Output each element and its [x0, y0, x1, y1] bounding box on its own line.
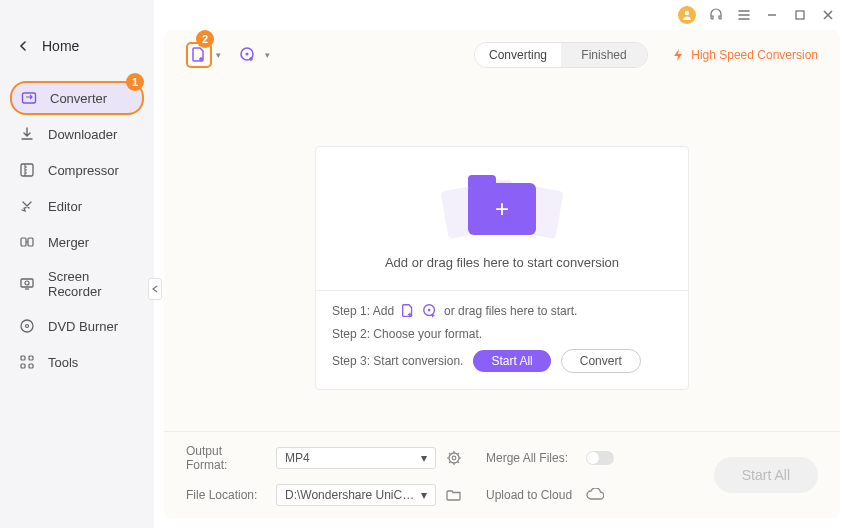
home-button[interactable]: Home	[0, 30, 154, 62]
svg-point-18	[449, 453, 459, 463]
editor-icon	[18, 197, 36, 215]
sidebar-item-label: Editor	[48, 199, 82, 214]
sidebar-item-screen-recorder[interactable]: Screen Recorder	[0, 261, 154, 307]
content-panel: 2 ▾ ▾ Converting Finished High Speed Con…	[164, 30, 840, 518]
step-1: Step 1: Add or drag files here to start.	[332, 303, 672, 319]
sidebar-item-editor[interactable]: Editor	[0, 189, 154, 223]
chevron-down-icon: ▾	[421, 488, 427, 502]
merge-label: Merge All Files:	[486, 451, 576, 465]
upload-cloud-label: Upload to Cloud	[486, 488, 576, 502]
home-label: Home	[42, 38, 79, 54]
sidebar-item-dvd-burner[interactable]: DVD Burner	[0, 309, 154, 343]
chevron-down-icon: ▾	[421, 451, 427, 465]
svg-point-12	[685, 11, 689, 15]
merge-toggle[interactable]	[586, 451, 614, 465]
add-file-dropdown[interactable]: ▾	[216, 50, 221, 60]
drop-top: + Add or drag files here to start conver…	[316, 147, 688, 290]
sidebar-item-label: Downloader	[48, 127, 117, 142]
cloud-icon[interactable]	[586, 488, 688, 502]
open-folder-icon[interactable]	[446, 487, 476, 503]
add-file-icon	[190, 46, 208, 64]
start-all-button[interactable]: Start All	[714, 457, 818, 493]
add-disc-icon	[239, 46, 257, 64]
svg-rect-4	[21, 279, 33, 287]
add-disc-button[interactable]	[235, 42, 261, 68]
high-speed-label: High Speed Conversion	[691, 48, 818, 62]
svg-rect-11	[29, 364, 33, 368]
main-area: 2 ▾ ▾ Converting Finished High Speed Con…	[154, 0, 850, 528]
add-disc-icon	[422, 303, 438, 319]
svg-rect-3	[28, 238, 33, 246]
add-disc-dropdown[interactable]: ▾	[265, 50, 270, 60]
output-format-label: Output Format:	[186, 444, 266, 472]
sidebar-item-label: DVD Burner	[48, 319, 118, 334]
compressor-icon	[18, 161, 36, 179]
sidebar-item-label: Tools	[48, 355, 78, 370]
svg-rect-9	[29, 356, 33, 360]
sidebar-item-compressor[interactable]: Compressor	[0, 153, 154, 187]
step-3: Step 3: Start conversion. Start All Conv…	[332, 349, 672, 373]
tools-icon	[18, 353, 36, 371]
drop-zone[interactable]: + Add or drag files here to start conver…	[315, 146, 689, 390]
svg-rect-0	[23, 93, 36, 103]
step1-text-a: Step 1: Add	[332, 304, 394, 318]
sidebar-collapse-handle[interactable]	[148, 278, 162, 300]
close-icon[interactable]	[820, 7, 836, 23]
drop-steps: Step 1: Add or drag files here to start.…	[316, 290, 688, 389]
avatar[interactable]	[678, 6, 696, 24]
step-2: Step 2: Choose your format.	[332, 327, 672, 341]
svg-point-7	[26, 325, 29, 328]
step1-text-b: or drag files here to start.	[444, 304, 577, 318]
callout-badge-2: 2	[196, 30, 214, 48]
screen-recorder-icon	[18, 275, 36, 293]
user-icon	[681, 9, 693, 21]
svg-point-5	[25, 281, 29, 285]
start-all-button-inline[interactable]: Start All	[473, 350, 550, 372]
merger-icon	[18, 233, 36, 251]
sidebar-item-merger[interactable]: Merger	[0, 225, 154, 259]
minimize-icon[interactable]	[764, 7, 780, 23]
output-format-value: MP4	[285, 451, 310, 465]
sidebar: Home Converter 1 Downloader Compressor E…	[0, 0, 154, 528]
output-format-select[interactable]: MP4 ▾	[276, 447, 436, 469]
file-location-select[interactable]: D:\Wondershare UniConverter 1 ▾	[276, 484, 436, 506]
svg-rect-8	[21, 356, 25, 360]
sidebar-item-label: Compressor	[48, 163, 119, 178]
convert-button-inline[interactable]: Convert	[561, 349, 641, 373]
converter-icon	[20, 89, 38, 107]
add-file-button[interactable]: 2	[186, 42, 212, 68]
sidebar-item-tools[interactable]: Tools	[0, 345, 154, 379]
sidebar-item-downloader[interactable]: Downloader	[0, 117, 154, 151]
svg-point-17	[428, 309, 431, 312]
add-file-icon	[400, 303, 416, 319]
sidebar-item-converter[interactable]: Converter 1	[10, 81, 144, 115]
drop-main-text: Add or drag files here to start conversi…	[328, 255, 676, 270]
maximize-icon[interactable]	[792, 7, 808, 23]
downloader-icon	[18, 125, 36, 143]
toolbar: 2 ▾ ▾ Converting Finished High Speed Con…	[164, 30, 840, 76]
dvd-burner-icon	[18, 317, 36, 335]
footer: Output Format: MP4 ▾ Merge All Files: St…	[164, 431, 840, 518]
menu-icon[interactable]	[736, 7, 752, 23]
tab-converting[interactable]: Converting	[475, 43, 561, 67]
headset-icon[interactable]	[708, 7, 724, 23]
titlebar	[154, 0, 850, 30]
svg-rect-2	[21, 238, 26, 246]
settings-icon[interactable]	[446, 450, 476, 466]
step3-text: Step 3: Start conversion.	[332, 354, 463, 368]
svg-point-15	[246, 53, 249, 56]
back-icon	[18, 41, 28, 51]
svg-point-19	[452, 456, 456, 460]
svg-rect-10	[21, 364, 25, 368]
plus-icon: +	[495, 195, 509, 223]
tab-group: Converting Finished	[474, 42, 648, 68]
svg-point-6	[21, 320, 33, 332]
sidebar-item-label: Screen Recorder	[48, 269, 136, 299]
file-location-label: File Location:	[186, 488, 266, 502]
high-speed-link[interactable]: High Speed Conversion	[671, 48, 818, 62]
lightning-icon	[671, 48, 685, 62]
tab-finished[interactable]: Finished	[561, 43, 647, 67]
svg-rect-13	[796, 11, 804, 19]
file-location-value: D:\Wondershare UniConverter 1	[285, 488, 415, 502]
sidebar-item-label: Converter	[50, 91, 107, 106]
